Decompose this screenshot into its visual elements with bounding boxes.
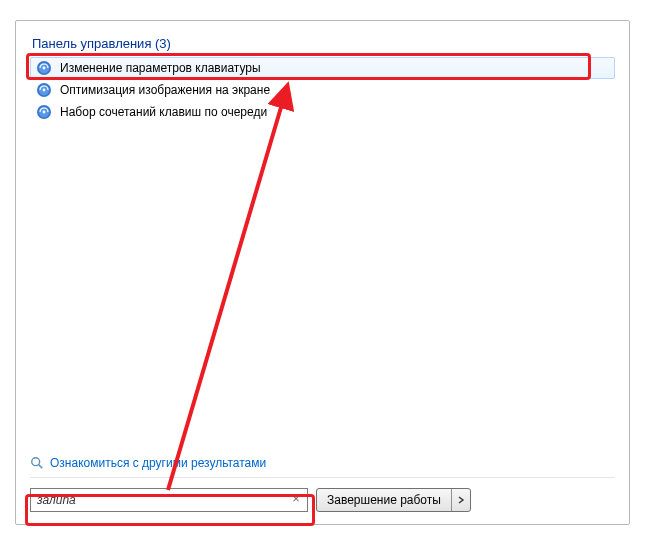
search-icon — [30, 456, 44, 470]
result-label: Оптимизация изображения на экране — [60, 83, 270, 97]
clear-search-icon[interactable]: × — [289, 492, 303, 506]
control-panel-icon — [36, 104, 52, 120]
svg-line-10 — [39, 465, 43, 469]
more-results-link[interactable]: Ознакомиться с другими результатами — [30, 456, 266, 470]
shutdown-button[interactable]: Завершение работы — [317, 489, 452, 511]
search-input[interactable] — [30, 488, 308, 512]
search-results-list: Изменение параметров клавиатуры Оптимиза… — [30, 57, 615, 123]
result-item-display-optim[interactable]: Оптимизация изображения на экране — [30, 79, 615, 101]
chevron-right-icon — [457, 496, 465, 504]
svg-point-5 — [43, 89, 46, 92]
section-header-control-panel: Панель управления (3) — [30, 36, 615, 51]
svg-point-2 — [43, 67, 46, 70]
svg-point-8 — [43, 111, 46, 114]
shutdown-split-button: Завершение работы — [316, 488, 471, 512]
more-results-label: Ознакомиться с другими результатами — [50, 456, 266, 470]
search-field-wrap: × — [30, 488, 308, 512]
control-panel-icon — [36, 60, 52, 76]
result-item-sticky-keys[interactable]: Набор сочетаний клавиш по очереди — [30, 101, 615, 123]
start-menu-panel: Панель управления (3) Изменение параметр… — [15, 20, 630, 525]
bottom-row: × Завершение работы — [30, 488, 615, 512]
result-item-keyboard-params[interactable]: Изменение параметров клавиатуры — [30, 57, 615, 79]
shutdown-options-arrow[interactable] — [452, 489, 470, 511]
control-panel-icon — [36, 82, 52, 98]
separator-line — [30, 477, 615, 478]
shutdown-label: Завершение работы — [327, 493, 441, 507]
result-label: Набор сочетаний клавиш по очереди — [60, 105, 267, 119]
result-label: Изменение параметров клавиатуры — [60, 61, 261, 75]
svg-point-9 — [32, 458, 40, 466]
